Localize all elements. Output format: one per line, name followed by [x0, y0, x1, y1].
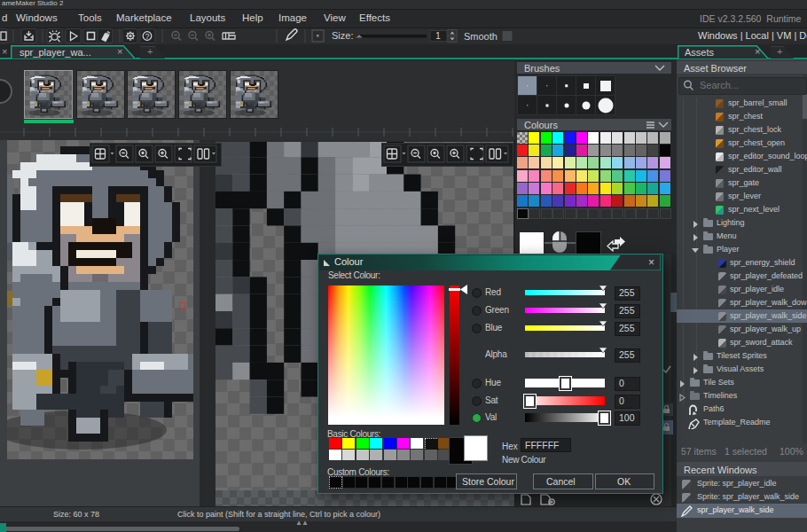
svg-text:Size:: Size: — [332, 30, 353, 41]
svg-text:Smooth: Smooth — [464, 31, 498, 42]
svg-text:?: ? — [145, 32, 149, 41]
svg-text:1: 1 — [435, 30, 441, 41]
